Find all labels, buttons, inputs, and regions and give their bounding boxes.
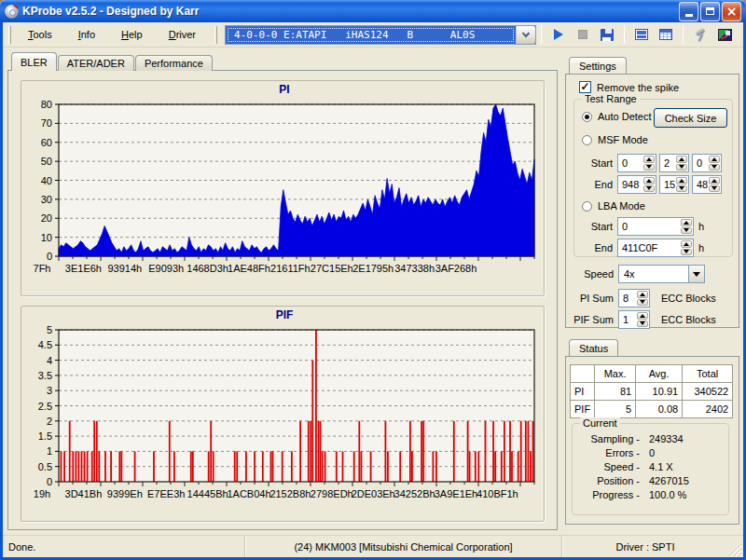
svg-text:70: 70 (41, 117, 52, 129)
spin-down[interactable] (676, 185, 687, 193)
spin-down[interactable] (637, 299, 648, 307)
tools-button[interactable] (689, 24, 711, 45)
spin-down[interactable] (643, 185, 655, 193)
menu-info[interactable]: Info (65, 25, 108, 44)
msf-end-row: End 948 15 48 (584, 175, 722, 194)
svg-text:10: 10 (41, 232, 52, 243)
pif-sum-unit: ECC Blocks (661, 314, 716, 325)
current-group: Current Sampling -249334 Errors -0 Speed… (572, 423, 729, 515)
tab-bler[interactable]: BLER (11, 52, 57, 71)
pif-sum-field[interactable]: 1 (618, 310, 650, 329)
lba-start-unit: h (698, 221, 704, 232)
stop-button[interactable] (572, 24, 594, 45)
save-icon (601, 29, 614, 41)
col-total: Total (683, 365, 733, 383)
spin-up[interactable] (709, 156, 720, 163)
view-split-button[interactable] (630, 24, 653, 45)
spin-up[interactable] (676, 177, 687, 184)
lba-end-row: End 411C0F h (584, 239, 704, 257)
msf-start-sec[interactable]: 2 (659, 154, 689, 172)
remove-spike-checkbox[interactable]: ✓ (579, 81, 591, 93)
pif-avg: 0.08 (636, 401, 683, 418)
spin-down[interactable] (681, 249, 692, 256)
spin-down[interactable] (676, 164, 687, 171)
remove-spike-label: Remove the spike (597, 82, 679, 93)
spin-up[interactable] (637, 291, 648, 298)
lba-end-field[interactable]: 411C0F (617, 239, 694, 257)
msf-start-row: Start 0 2 0 (584, 154, 722, 172)
svg-text:1.5: 1.5 (38, 430, 52, 442)
svg-text:3E1E6h: 3E1E6h (65, 263, 102, 274)
auto-detect-radio[interactable] (582, 112, 592, 122)
test-range-label: Test Range (582, 93, 640, 104)
pi-sum-label: PI Sum (572, 293, 618, 304)
spin-down[interactable] (637, 321, 648, 328)
msf-mode-row: MSF Mode (582, 134, 648, 145)
spin-down[interactable] (709, 185, 720, 193)
current-speed-row: Speed -4.1 X (573, 461, 728, 472)
check-size-button[interactable]: Check Size (654, 108, 727, 128)
pi-chart-box: PI 010203040506070807Fh3E1E6h93914hE9093… (21, 80, 545, 296)
minimize-button[interactable] (679, 2, 698, 21)
svg-text:1AE48Fh: 1AE48Fh (228, 263, 270, 274)
svg-text:1: 1 (47, 445, 52, 457)
lba-start-field[interactable]: 0 (617, 217, 694, 236)
minimize-icon (685, 14, 693, 17)
tab-settings[interactable]: Settings (569, 57, 627, 74)
statusbar-driver: Driver : SPTI (562, 536, 728, 557)
table-row-pif: PIF 5 0.08 2402 (571, 401, 733, 418)
msf-start-frame[interactable]: 0 (692, 154, 722, 172)
speed-select[interactable]: 4x (618, 265, 705, 283)
spin-down[interactable] (643, 164, 655, 171)
pif-max: 5 (595, 401, 636, 418)
lba-start-row: Start 0 h (584, 217, 704, 236)
spin-down[interactable] (709, 164, 720, 171)
current-label: Current (580, 417, 620, 429)
menu-driver[interactable]: Driver (156, 25, 209, 44)
lba-mode-radio[interactable] (582, 201, 592, 212)
menu-help[interactable]: Help (108, 25, 156, 44)
msf-end-min[interactable]: 948 (617, 175, 656, 194)
spin-up[interactable] (709, 177, 720, 184)
test-chart-icon (718, 29, 732, 41)
progress-value: 100.0 % (649, 489, 686, 500)
svg-text:E7EE3h: E7EE3h (147, 488, 185, 499)
view-grid-button[interactable] (655, 24, 677, 45)
drive-select[interactable]: 4-0-0-0 E:ATAPI iHAS124 B AL0S (225, 25, 536, 45)
split-view-icon (635, 29, 648, 40)
spin-down[interactable] (681, 227, 692, 235)
maximize-button[interactable] (700, 2, 720, 21)
spin-up[interactable] (676, 156, 687, 163)
svg-text:93914h: 93914h (107, 263, 142, 274)
statusbar: Done. (24) MKM003 [Mitsubishi Chemical C… (3, 535, 743, 557)
status-table: Max. Avg. Total PI 81 10.91 340522 PIF 5… (570, 364, 733, 418)
tab-ater-ader[interactable]: ATER/ADER (58, 55, 134, 71)
drive-select-dropdown-button[interactable] (516, 26, 535, 44)
play-icon (554, 29, 563, 40)
toolbar-gripper[interactable] (214, 26, 217, 44)
svg-text:5: 5 (47, 324, 52, 335)
run-button[interactable] (547, 24, 570, 45)
msf-mode-radio[interactable] (582, 135, 592, 145)
auto-detect-row: Auto Detect (582, 111, 651, 122)
spin-up[interactable] (681, 240, 692, 248)
spin-up[interactable] (681, 219, 692, 226)
tab-status[interactable]: Status (569, 339, 618, 356)
pi-chart-canvas: 010203040506070807Fh3E1E6h93914hE9093h14… (25, 98, 540, 286)
msf-end-sec[interactable]: 15 (659, 175, 689, 194)
menu-tools[interactable]: Tools (15, 25, 65, 44)
tab-performance[interactable]: Performance (135, 55, 213, 71)
menubar-gripper[interactable] (8, 26, 11, 44)
pi-sum-field[interactable]: 8 (618, 289, 650, 307)
speed-dropdown-button[interactable] (688, 266, 704, 282)
spin-up[interactable] (643, 156, 655, 163)
resize-grip[interactable] (728, 543, 741, 556)
msf-start-min[interactable]: 0 (617, 154, 656, 172)
close-button[interactable]: × (722, 2, 741, 21)
burst-test-button[interactable] (713, 24, 736, 45)
spin-up[interactable] (637, 312, 648, 320)
msf-end-frame[interactable]: 48 (692, 175, 722, 194)
save-button[interactable] (596, 24, 618, 45)
spin-up[interactable] (643, 177, 655, 184)
lba-start-label: Start (584, 221, 617, 232)
